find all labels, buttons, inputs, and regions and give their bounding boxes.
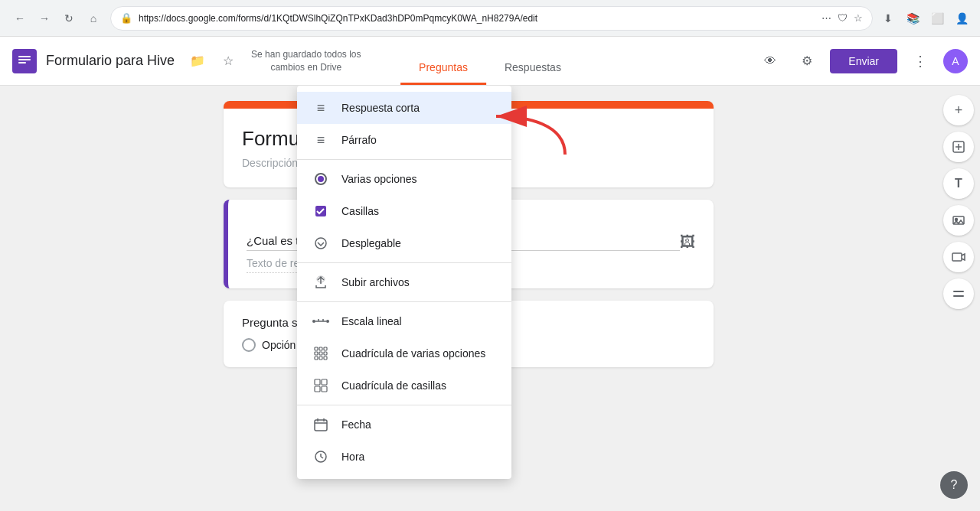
app-title: Formulario para Hive <box>46 53 175 69</box>
image-insert-icon[interactable]: 🖼 <box>680 233 695 251</box>
window-icon[interactable]: ⬜ <box>928 9 946 28</box>
back-button[interactable]: ← <box>9 8 31 29</box>
radio-circle <box>242 338 256 352</box>
right-sidebar: + T <box>937 86 980 511</box>
dropdown-item-cuadricula-casillas[interactable]: Cuadrícula de casillas <box>297 369 511 402</box>
send-button[interactable]: Enviar <box>830 49 897 73</box>
svg-rect-25 <box>322 386 327 392</box>
svg-rect-1 <box>18 59 31 60</box>
svg-rect-24 <box>315 386 320 392</box>
radio-icon <box>312 171 329 187</box>
add-section-button[interactable] <box>943 278 974 309</box>
tab-respuestas[interactable]: Respuestas <box>486 52 580 85</box>
upload-icon <box>312 274 329 291</box>
dropdown-label-desplegable: Desplegable <box>341 237 401 249</box>
svg-rect-20 <box>319 356 322 360</box>
folder-button[interactable]: 📁 <box>184 47 211 75</box>
svg-rect-17 <box>319 352 322 355</box>
add-title-button[interactable]: T <box>943 168 974 199</box>
svg-rect-23 <box>322 379 327 385</box>
dropdown-label-casillas: Casillas <box>341 205 379 217</box>
settings-button[interactable]: ⚙ <box>793 47 821 75</box>
url-text: https://docs.google.com/forms/d/1KQtDWSl… <box>139 13 815 24</box>
dropdown-label-cuadricula-casillas: Cuadrícula de casillas <box>341 379 446 392</box>
divider-3 <box>297 301 511 302</box>
dropdown-item-respuesta-corta[interactable]: ≡ Respuesta corta <box>297 92 511 124</box>
browser-actions: ⬇ 📚 ⬜ 👤 <box>879 9 971 28</box>
svg-rect-40 <box>953 291 964 292</box>
home-button[interactable]: ⌂ <box>83 8 104 29</box>
dropdown-item-cuadricula-varias[interactable]: Cuadrícula de varias opciones <box>297 337 511 369</box>
dropdown-icon <box>312 235 329 252</box>
svg-rect-41 <box>953 295 964 297</box>
dropdown-label-parrafo: Párrafo <box>341 134 377 146</box>
address-bar[interactable]: 🔒 https://docs.google.com/forms/d/1KQtDW… <box>110 6 873 31</box>
dropdown-label-cuadricula-varias: Cuadrícula de varias opciones <box>341 347 485 360</box>
svg-rect-16 <box>315 352 318 355</box>
divider-1 <box>297 159 511 160</box>
app-header: Formulario para Hive 📁 ☆ Se han guardado… <box>0 37 980 86</box>
avatar[interactable]: A <box>943 49 968 73</box>
app-icon <box>12 49 37 73</box>
svg-rect-13 <box>315 347 318 350</box>
svg-rect-19 <box>315 356 318 360</box>
checkbox-icon <box>312 203 329 220</box>
star-button[interactable]: ☆ <box>214 47 242 75</box>
tabs-container: Preguntas Respuestas <box>400 52 580 85</box>
divider-2 <box>297 262 511 263</box>
dropdown-menu: ≡ Respuesta corta ≡ Párrafo Varias opcio… <box>297 86 511 479</box>
svg-rect-15 <box>324 347 327 350</box>
profile-icon[interactable]: 👤 <box>952 9 971 28</box>
dropdown-label-varias-opciones: Varias opciones <box>341 173 417 185</box>
import-questions-button[interactable] <box>943 132 974 162</box>
browser-chrome: ← → ↻ ⌂ 🔒 https://docs.google.com/forms/… <box>0 0 980 37</box>
tab-preguntas[interactable]: Preguntas <box>400 52 486 85</box>
svg-point-4 <box>318 176 324 182</box>
svg-point-6 <box>315 238 326 249</box>
paragraph-icon: ≡ <box>312 132 329 148</box>
dropdown-label-escala-lineal: Escala lineal <box>341 315 402 327</box>
dropdown-item-parrafo[interactable]: ≡ Párrafo <box>297 124 511 156</box>
dropdown-item-subir-archivos[interactable]: Subir archivos <box>297 266 511 298</box>
svg-rect-14 <box>319 347 322 350</box>
main-content: Formulario para Hive Descripción del for… <box>0 86 980 511</box>
reload-button[interactable]: ↻ <box>58 8 80 29</box>
svg-rect-22 <box>315 379 320 385</box>
grid-checkbox-icon <box>312 377 329 394</box>
dropdown-label-fecha: Fecha <box>341 418 371 431</box>
svg-point-8 <box>312 320 315 323</box>
more-button[interactable]: ⋮ <box>906 47 934 75</box>
dropdown-label-respuesta-corta: Respuesta corta <box>341 102 420 114</box>
grid-radio-icon <box>312 345 329 362</box>
dropdown-item-varias-opciones[interactable]: Varias opciones <box>297 163 511 195</box>
svg-line-32 <box>321 457 323 458</box>
dropdown-item-desplegable[interactable]: Desplegable <box>297 227 511 259</box>
download-icon[interactable]: ⬇ <box>879 9 897 28</box>
calendar-icon <box>312 416 329 433</box>
dropdown-label-subir-archivos: Subir archivos <box>341 276 410 288</box>
dropdown-item-escala-lineal[interactable]: Escala lineal <box>297 305 511 337</box>
svg-rect-21 <box>324 356 327 360</box>
save-status: Se han guardado todos los cambios en Dri… <box>251 48 361 74</box>
dropdown-label-hora: Hora <box>341 451 364 463</box>
bookmarks-icon[interactable]: 📚 <box>903 9 922 28</box>
nav-buttons: ← → ↻ ⌂ <box>9 8 104 29</box>
svg-point-10 <box>326 320 329 323</box>
add-question-button[interactable]: + <box>943 95 974 125</box>
divider-4 <box>297 405 511 405</box>
svg-rect-0 <box>18 56 31 57</box>
preview-button[interactable]: 👁 <box>756 47 784 75</box>
clock-icon <box>312 448 329 465</box>
dropdown-item-hora[interactable]: Hora <box>297 441 511 473</box>
linear-scale-icon <box>312 313 329 330</box>
header-icons: 📁 ☆ <box>184 47 242 75</box>
svg-rect-39 <box>952 253 962 261</box>
dropdown-item-fecha[interactable]: Fecha <box>297 408 511 441</box>
forward-button[interactable]: → <box>34 8 55 29</box>
dropdown-item-casillas[interactable]: Casillas <box>297 195 511 227</box>
svg-rect-26 <box>315 420 327 431</box>
add-video-button[interactable] <box>943 242 974 272</box>
add-image-button[interactable] <box>943 205 974 236</box>
help-button[interactable]: ? <box>940 471 968 499</box>
svg-rect-2 <box>18 62 26 63</box>
